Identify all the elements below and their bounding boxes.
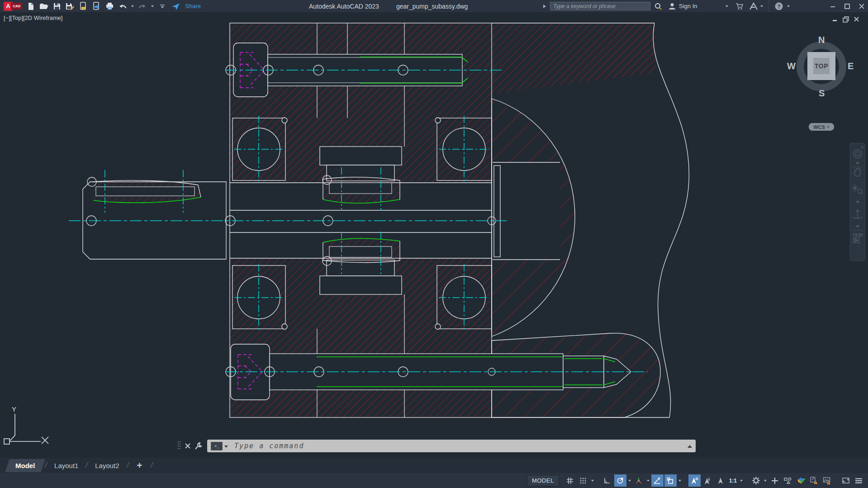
orbit-icon <box>856 210 859 218</box>
xref-warning-button[interactable] <box>821 474 833 487</box>
app-title: Autodesk AutoCAD 2023 <box>309 3 379 10</box>
polar-tracking-toggle[interactable] <box>614 474 626 487</box>
navigation-bar[interactable] <box>850 143 865 261</box>
coupling-keyway <box>93 180 201 203</box>
annotation-visibility-toggle[interactable] <box>688 474 701 487</box>
share-icon[interactable] <box>171 2 180 11</box>
ucs-y-label: Y <box>12 405 16 413</box>
search-expand-arrow[interactable] <box>543 0 546 12</box>
navbar-close-icon <box>861 146 863 148</box>
help-caret[interactable] <box>787 0 790 12</box>
close-command-icon[interactable] <box>185 443 191 449</box>
doc-minimize-button[interactable] <box>832 16 838 24</box>
compass-west[interactable]: W <box>787 61 796 71</box>
tab-model[interactable]: Model <box>5 459 45 472</box>
command-prompt-icon[interactable]: >_ <box>211 442 223 450</box>
object-snap-tracking-toggle[interactable] <box>651 474 664 487</box>
quick-access-toolbar: A CAD Share <box>0 2 201 11</box>
doc-restore-button[interactable] <box>843 16 849 24</box>
drag-grip-icon[interactable] <box>177 441 181 451</box>
new-layout-button[interactable]: + <box>130 460 148 471</box>
titlebar-divider <box>768 0 769 12</box>
snap-caret[interactable] <box>590 474 595 487</box>
model-space-button[interactable]: MODEL <box>527 475 559 486</box>
autocad-cad-badge: CAD <box>11 3 22 9</box>
drawing-window-controls <box>832 16 859 24</box>
undo-dropdown-caret[interactable] <box>131 5 134 9</box>
doc-close-button[interactable] <box>854 16 859 24</box>
scale-caret[interactable] <box>739 474 744 487</box>
search-input[interactable] <box>550 2 650 10</box>
open-from-mobile-icon[interactable] <box>92 2 101 11</box>
grid-toggle[interactable] <box>564 474 576 487</box>
search-icon[interactable] <box>654 0 662 12</box>
help-icon[interactable]: ? <box>774 0 783 12</box>
wcs-menu[interactable]: WCS <box>809 123 834 131</box>
save-as-icon[interactable] <box>66 2 75 11</box>
annotation-monitor-button[interactable] <box>808 474 820 487</box>
tab-layout2[interactable]: Layout2 <box>90 459 124 472</box>
compass-east[interactable]: E <box>848 61 854 71</box>
tab-separator: / <box>147 461 156 470</box>
showmotion-icon <box>853 234 863 243</box>
save-to-mobile-icon[interactable] <box>79 2 88 11</box>
isodraft-caret[interactable] <box>645 474 651 487</box>
annotation-scale-value[interactable]: 1:1 <box>727 478 739 484</box>
redo-icon[interactable] <box>138 2 147 11</box>
viewcube-top-face[interactable]: TOP <box>807 52 835 80</box>
undo-icon[interactable] <box>118 2 127 11</box>
new-file-icon[interactable] <box>26 2 35 11</box>
command-history-caret[interactable] <box>688 443 692 448</box>
app-logo[interactable]: A CAD <box>4 2 22 11</box>
maximize-button[interactable] <box>844 0 850 12</box>
minimize-button[interactable] <box>830 0 836 12</box>
isolate-objects-button[interactable] <box>782 474 794 487</box>
cart-icon[interactable] <box>735 0 744 12</box>
polar-caret[interactable] <box>627 474 632 487</box>
compass-south[interactable]: S <box>819 88 825 99</box>
object-snap-toggle[interactable] <box>664 474 677 487</box>
sign-in-caret[interactable] <box>726 0 728 12</box>
recent-commands-caret[interactable] <box>224 445 228 450</box>
plot-icon[interactable] <box>105 2 114 11</box>
ortho-toggle[interactable] <box>601 474 613 487</box>
snap-toggle[interactable] <box>577 474 589 487</box>
share-button[interactable]: Share <box>185 3 201 9</box>
viewport-controls-label[interactable]: [−][Top][2D Wireframe] <box>4 14 62 21</box>
osnap-caret[interactable] <box>677 474 683 487</box>
svg-text:?: ? <box>777 3 780 9</box>
tab-layout1[interactable]: Layout1 <box>49 459 84 472</box>
command-input[interactable]: >_ Type a command <box>207 440 696 452</box>
clean-screen-button[interactable] <box>840 474 852 487</box>
status-bar: MODEL 1:1 <box>0 473 868 488</box>
customize-menu-button[interactable] <box>853 474 865 487</box>
zoom-icon <box>851 185 859 192</box>
annotation-autoscale-toggle[interactable] <box>702 474 714 487</box>
drawing-canvas[interactable]: Y <box>0 0 868 488</box>
workspace-caret[interactable] <box>763 474 768 487</box>
autocad-window: Y A CAD Share Autodesk AutoCAD 2023 gear… <box>0 0 868 488</box>
save-icon[interactable] <box>52 2 62 11</box>
command-placeholder: Type a command <box>234 442 304 450</box>
isometric-drafting-toggle[interactable] <box>633 474 645 487</box>
annotation-scale-icon[interactable] <box>715 474 727 487</box>
customize-wrench-icon[interactable] <box>194 442 203 450</box>
user-icon[interactable] <box>668 0 676 12</box>
sign-in-button[interactable]: Sign In <box>679 0 697 12</box>
pan-icon <box>854 168 860 177</box>
open-file-icon[interactable] <box>39 2 48 11</box>
document-name: gear_pump_subassy.dwg <box>396 3 468 10</box>
redo-dropdown-caret[interactable] <box>151 5 154 9</box>
graphics-performance-button[interactable] <box>795 474 807 487</box>
title-bar: A CAD Share Autodesk AutoCAD 2023 gear_p… <box>0 0 868 12</box>
compass-north[interactable]: N <box>818 35 825 45</box>
close-button[interactable] <box>859 0 865 12</box>
autodesk-caret[interactable] <box>760 0 763 12</box>
viewcube[interactable]: N W E S TOP <box>792 38 850 95</box>
qat-customize-icon[interactable] <box>158 2 167 11</box>
autodesk-logo-icon[interactable] <box>749 0 758 12</box>
annotation-add-button[interactable] <box>768 474 781 487</box>
command-line-bar: >_ Type a command <box>175 439 696 453</box>
command-bar-handle <box>175 441 207 451</box>
workspace-gear-button[interactable] <box>750 474 762 487</box>
